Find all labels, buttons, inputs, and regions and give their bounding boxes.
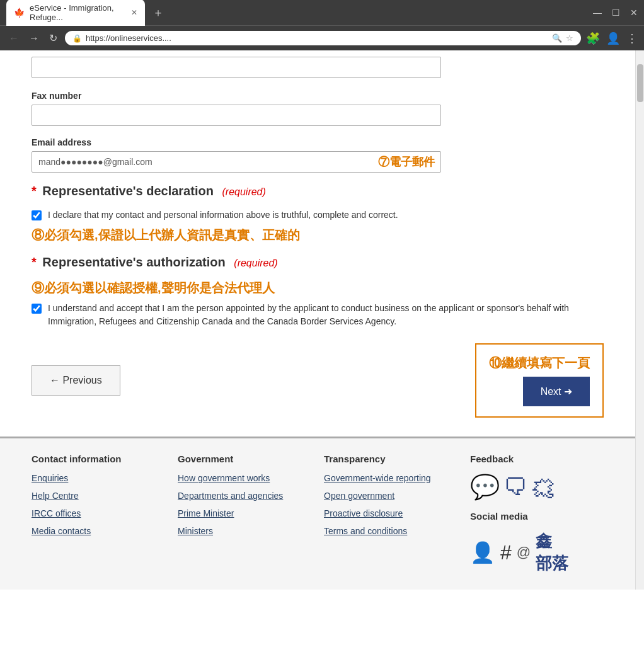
declaration-asterisk: * [32,184,37,198]
form-section: Fax number Email address ⑦電子郵件 * Represe… [0,84,635,437]
social-at-icon: @ [517,544,531,561]
authorization-annotation: ⑨必須勾選以確認授權,聲明你是合法代理人 [32,280,604,297]
declaration-heading: * Representative's declaration (required… [32,184,604,198]
footer-link-departments[interactable]: Departments and agencies [178,491,311,501]
footer-col-government-title: Government [178,454,311,464]
previous-button[interactable]: ← Previous [32,365,120,396]
feedback-chat-icon: 💬 [470,473,500,501]
browser-titlebar: 🍁 eService - Immigration, Refuge... ✕ ＋ … [0,0,644,25]
feedback-bubble-icon: 🗯 [531,474,555,501]
window-controls: — ☐ ✕ [593,8,638,18]
footer-col-transparency-title: Transparency [324,454,457,464]
bookmark-icon[interactable]: ☆ [566,33,573,43]
footer-col-government: Government How government works Departme… [178,454,311,574]
forward-button[interactable]: → [26,30,42,47]
toolbar-icons: 🧩 👤 ⋮ [586,31,638,45]
footer-link-open-gov[interactable]: Open government [324,491,457,501]
next-highlight-box: ⑩繼續填寫下一頁 Next ➜ [475,343,604,418]
social-hash-icon: # [500,541,512,564]
profile-icon[interactable]: 👤 [606,31,620,45]
footer-col-transparency: Transparency Government-wide reporting O… [324,454,457,574]
fax-group: Fax number [32,91,604,126]
footer-link-ircc-offices[interactable]: IRCC offices [32,508,165,518]
footer-col-social-title: Social media [470,511,604,522]
partial-top-input[interactable] [32,57,441,78]
footer-link-help-centre[interactable]: Help Centre [32,491,165,501]
authorization-checkbox[interactable] [32,304,42,314]
page-content: Fax number Email address ⑦電子郵件 * Represe… [0,50,635,590]
authorization-required: (required) [234,258,277,268]
feedback-icons: 💬 🗨 🗯 [470,473,604,501]
footer-col-contact: Contact information Enquiries Help Centr… [32,454,165,574]
maple-leaf-icon: 🍁 [14,8,25,18]
declaration-group: * Representative's declaration (required… [32,184,604,244]
browser-toolbar: ← → ↻ 🔒 https://onlineservices.... 🔍 ☆ 🧩… [0,25,644,50]
scrollbar[interactable] [635,50,644,590]
footer-link-media-contacts[interactable]: Media contacts [32,526,165,536]
feedback-speech-icon: 🗨 [503,474,527,501]
footer-link-how-gov-works[interactable]: How government works [178,473,311,483]
footer-link-enquiries[interactable]: Enquiries [32,473,165,483]
fax-input[interactable] [32,105,441,126]
authorization-asterisk: * [32,255,37,269]
authorization-checkbox-row: I understand and accept that I am the pe… [32,302,604,328]
footer-grid: Contact information Enquiries Help Centr… [32,454,604,574]
partial-input-container [0,50,635,84]
back-button[interactable]: ← [6,30,21,47]
close-button[interactable]: ✕ [630,8,638,18]
minimize-button[interactable]: — [593,8,602,18]
declaration-checkbox[interactable] [32,210,42,220]
social-media-icons: 👤 # @ 鑫部落 [470,530,604,574]
extensions-icon[interactable]: 🧩 [586,31,600,45]
social-person-icon: 👤 [470,540,495,564]
close-tab-icon[interactable]: ✕ [131,8,137,17]
browser-body: Fax number Email address ⑦電子郵件 * Represe… [0,50,644,590]
footer-col-feedback: Feedback 💬 🗨 🗯 Social media 👤 # @ 鑫部落 [470,454,604,574]
footer-link-proactive-disclosure[interactable]: Proactive disclosure [324,508,457,518]
declaration-checkbox-row: I declare that my contact and personal i… [32,208,604,222]
fax-label: Fax number [32,91,604,101]
nav-buttons: ← Previous ⑩繼續填寫下一頁 Next ➜ [32,343,604,418]
declaration-title: Representative's declaration [42,184,214,198]
refresh-button[interactable]: ↻ [47,30,60,47]
authorization-checkbox-text: I understand and accept that I am the pe… [48,302,604,328]
search-icon: 🔍 [552,33,562,43]
menu-icon[interactable]: ⋮ [626,31,638,45]
tab-title: eService - Immigration, Refuge... [30,3,126,22]
declaration-checkbox-text: I declare that my contact and personal i… [48,208,398,222]
social-brand-icon: 鑫部落 [536,530,568,574]
next-annotation: ⑩繼續填寫下一頁 [489,355,590,372]
footer-link-terms[interactable]: Terms and conditions [324,526,457,536]
footer-link-ministers[interactable]: Ministers [178,526,311,536]
footer: Contact information Enquiries Help Centr… [0,437,635,590]
scrollbar-thumb[interactable] [637,64,643,102]
footer-link-prime-minister[interactable]: Prime Minister [178,508,311,518]
footer-col-contact-title: Contact information [32,454,165,464]
maximize-button[interactable]: ☐ [612,8,620,18]
email-label: Email address [32,137,604,147]
authorization-title: Representative's authorization [42,255,225,269]
browser-tab[interactable]: 🍁 eService - Immigration, Refuge... ✕ [6,0,145,26]
authorization-group: * Representative's authorization (requir… [32,255,604,328]
authorization-heading: * Representative's authorization (requir… [32,255,604,270]
url-text: https://onlineservices.... [86,33,548,43]
declaration-required: (required) [222,186,265,197]
lock-icon: 🔒 [72,34,82,43]
address-bar[interactable]: 🔒 https://onlineservices.... 🔍 ☆ [65,31,581,45]
browser-window: 🍁 eService - Immigration, Refuge... ✕ ＋ … [0,0,644,50]
email-input[interactable] [32,151,441,173]
next-button[interactable]: Next ➜ [523,377,590,406]
declaration-annotation: ⑧必須勾選,保證以上代辦人資訊是真實、正確的 [32,227,604,244]
footer-link-gov-wide-reporting[interactable]: Government-wide reporting [324,473,457,483]
email-group: Email address ⑦電子郵件 [32,137,604,173]
footer-col-feedback-title: Feedback [470,454,604,464]
new-tab-button[interactable]: ＋ [152,5,164,20]
